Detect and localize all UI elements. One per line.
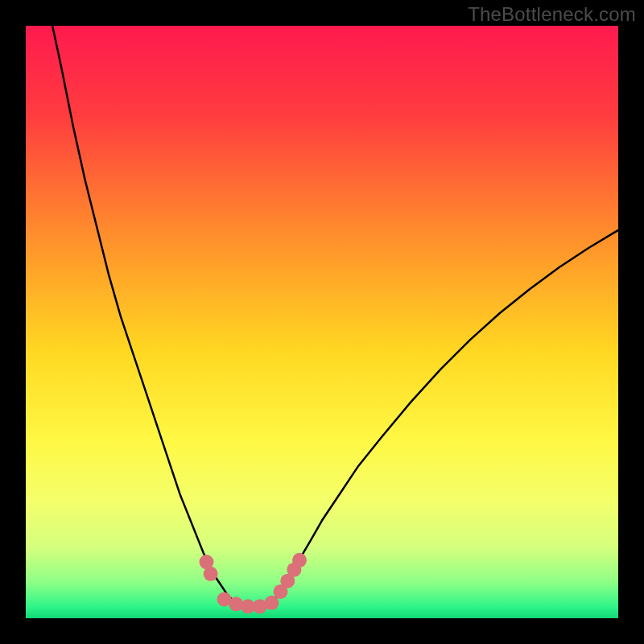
dot-bottom-cluster-4 xyxy=(264,596,279,610)
chart-svg xyxy=(26,26,618,618)
gradient-background xyxy=(26,26,618,618)
watermark-text: TheBottleneck.com xyxy=(468,3,636,26)
outer-frame: TheBottleneck.com xyxy=(0,0,644,644)
dot-right-cluster-3 xyxy=(292,553,307,568)
plot-area xyxy=(26,26,618,618)
dot-left-cluster-1 xyxy=(204,567,218,581)
